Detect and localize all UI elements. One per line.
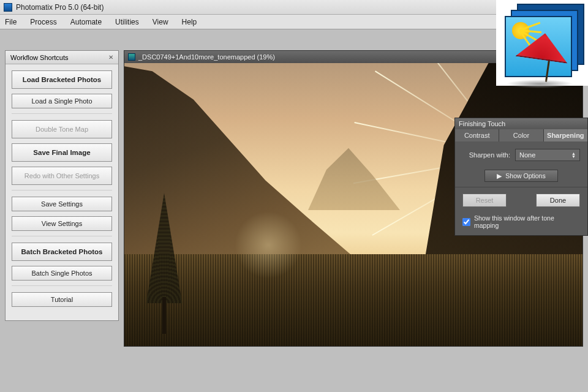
sharpen-with-label: Sharpen with: [462, 151, 510, 159]
tab-color[interactable]: Color [499, 129, 543, 141]
app-icon [4, 3, 12, 12]
done-button[interactable]: Done [536, 194, 580, 207]
workflow-shortcuts-header: Workflow Shortcuts ✕ [6, 51, 118, 64]
menu-help[interactable]: Help [182, 18, 197, 26]
show-options-label: Show Options [505, 172, 545, 179]
batch-bracketed-button[interactable]: Batch Bracketed Photos [12, 243, 112, 261]
tutorial-button[interactable]: Tutorial [12, 292, 112, 307]
load-single-button[interactable]: Load a Single Photo [12, 94, 112, 108]
show-options-button[interactable]: ▶ Show Options [484, 170, 558, 182]
tab-contrast[interactable]: Contrast [455, 129, 499, 141]
menu-view[interactable]: View [153, 18, 168, 26]
document-icon [128, 53, 135, 61]
batch-single-button[interactable]: Batch Single Photos [12, 266, 112, 281]
sharpen-with-select[interactable]: None ▲▼ [515, 149, 580, 161]
sharpen-with-value: None [519, 151, 535, 159]
double-tone-button: Double Tone Map [12, 120, 112, 138]
pin-icon[interactable]: ✕ [108, 54, 113, 61]
menu-process[interactable]: Process [30, 18, 56, 26]
reset-button: Reset [462, 194, 507, 207]
app-logo [496, 0, 588, 86]
finishing-tabs: Contrast Color Sharpening [455, 129, 587, 141]
workflow-shortcuts-panel: Workflow Shortcuts ✕ Load Bracketed Phot… [5, 50, 119, 321]
show-after-label: Show this window after tone mapping [474, 214, 580, 229]
tab-sharpening[interactable]: Sharpening [544, 129, 587, 141]
play-icon: ▶ [497, 172, 502, 179]
app-title: Photomatix Pro 5.0 (64-bit) [16, 3, 104, 12]
finishing-touch-title: Finishing Touch [459, 120, 505, 127]
load-bracketed-button[interactable]: Load Bracketed Photos [12, 70, 112, 89]
view-settings-button[interactable]: View Settings [12, 216, 112, 231]
document-title: _DSC0749+1And10more_tonemapped (19%) [138, 53, 275, 61]
redo-button: Redo with Other Settings [12, 167, 112, 185]
save-settings-button[interactable]: Save Settings [12, 197, 112, 211]
menu-utilities[interactable]: Utilities [115, 18, 139, 26]
menu-automate[interactable]: Automate [70, 18, 102, 26]
select-arrows-icon: ▲▼ [571, 152, 576, 158]
save-final-button[interactable]: Save Final Image [12, 143, 112, 162]
show-after-checkbox[interactable] [462, 218, 470, 226]
finishing-touch-panel: Finishing Touch Contrast Color Sharpenin… [454, 118, 588, 236]
workflow-shortcuts-title: Workflow Shortcuts [10, 54, 69, 61]
menu-file[interactable]: File [5, 18, 17, 26]
finishing-touch-titlebar[interactable]: Finishing Touch [455, 118, 587, 129]
